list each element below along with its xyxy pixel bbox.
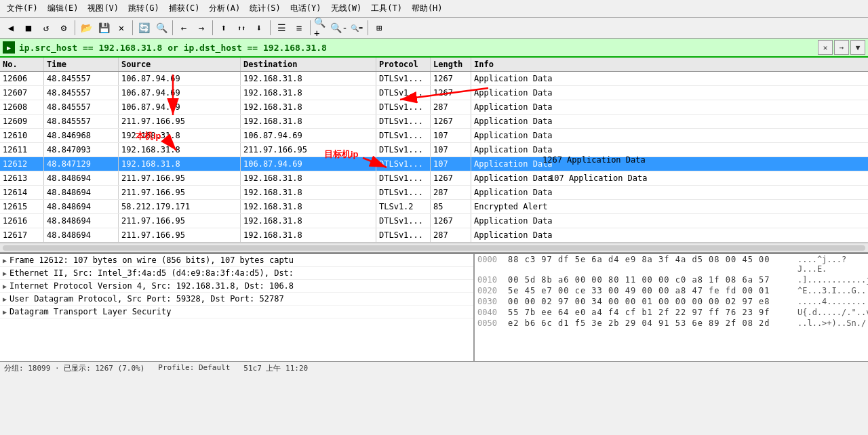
hex-bytes: 55 7b ee 64 e0 a4 f4 cf b1 2f 22 97 ff 7… bbox=[508, 308, 797, 317]
table-row[interactable]: 12608 48.845557 106.87.94.69 192.168.31.… bbox=[0, 100, 868, 115]
toolbar-find-btn[interactable]: 🔍 bbox=[153, 20, 170, 36]
toolbar-next-btn[interactable]: → bbox=[193, 20, 210, 36]
toolbar-zoomin-btn[interactable]: 🔍+ bbox=[313, 20, 330, 36]
col-header-destination[interactable]: Destination bbox=[241, 58, 376, 71]
table-row[interactable]: 12613 48.848694 211.97.166.95 192.168.31… bbox=[0, 171, 868, 186]
list-item[interactable]: ▶Datagram Transport Layer Security bbox=[0, 306, 473, 318]
table-row[interactable]: 12610 48.846968 192.168.31.8 106.87.94.6… bbox=[0, 129, 868, 143]
cell-time: 48.845557 bbox=[44, 86, 119, 100]
cell-len: 287 bbox=[431, 228, 471, 242]
toolbar-options-btn[interactable]: ⚙ bbox=[56, 20, 72, 36]
expand-icon: ▶ bbox=[3, 257, 7, 264]
hex-offset: 0050 bbox=[477, 318, 508, 328]
menu-statistics[interactable]: 统计(S) bbox=[245, 1, 285, 16]
toolbar-save-btn[interactable]: 💾 bbox=[96, 20, 112, 36]
table-row[interactable]: 12611 48.847093 192.168.31.8 211.97.166.… bbox=[0, 143, 868, 157]
toolbar-stop-btn[interactable]: ■ bbox=[20, 20, 37, 36]
cell-info: Application Data bbox=[471, 214, 868, 228]
list-item[interactable]: ▶Frame 12612: 107 bytes on wire (856 bit… bbox=[0, 254, 473, 267]
cell-time: 48.846968 bbox=[44, 129, 119, 142]
cell-dest: 211.97.166.95 bbox=[241, 143, 376, 157]
toolbar-align2-btn[interactable]: ≡ bbox=[291, 20, 307, 36]
toolbar-reload-btn[interactable]: ↺ bbox=[38, 20, 54, 36]
table-row[interactable]: 12614 48.848694 211.97.166.95 192.168.31… bbox=[0, 186, 868, 200]
cell-no: 12606 bbox=[0, 72, 44, 85]
toolbar-open-btn[interactable]: 📂 bbox=[78, 20, 94, 36]
col-header-time[interactable]: Time bbox=[44, 58, 119, 71]
cell-dest: 192.168.31.8 bbox=[241, 214, 376, 228]
toolbar-back-btn[interactable]: ◀ bbox=[3, 20, 19, 36]
toolbar-zoom-normal-btn[interactable]: 🔍= bbox=[349, 20, 365, 36]
cell-source: 192.168.31.8 bbox=[119, 129, 241, 142]
filter-bar: ▶ ✕ → ▼ bbox=[0, 39, 868, 58]
cell-len: 287 bbox=[431, 100, 471, 114]
table-row[interactable]: 12615 48.848694 58.212.179.171 192.168.3… bbox=[0, 200, 868, 214]
packet-rows-container: 12606 48.845557 106.87.94.69 192.168.31.… bbox=[0, 72, 868, 243]
menu-view[interactable]: 视图(V) bbox=[83, 1, 123, 16]
table-row[interactable]: 12612 48.847129 192.168.31.8 106.87.94.6… bbox=[0, 157, 868, 171]
menu-edit[interactable]: 编辑(E) bbox=[43, 1, 83, 16]
toolbar-align-btn[interactable]: ☰ bbox=[273, 20, 290, 36]
toolbar-prev-btn[interactable]: ← bbox=[176, 20, 192, 36]
cell-no: 12614 bbox=[0, 186, 44, 199]
toolbar-sep6 bbox=[310, 20, 311, 35]
table-row[interactable]: 12607 48.845557 106.87.94.69 192.168.31.… bbox=[0, 86, 868, 100]
cell-proto: DTLSv1... bbox=[376, 214, 431, 228]
cell-source: 211.97.166.95 bbox=[119, 115, 241, 128]
cell-time: 48.848694 bbox=[44, 228, 119, 242]
col-header-info[interactable]: Info bbox=[471, 58, 868, 71]
toolbar-up-btn[interactable]: ⬆ bbox=[216, 20, 232, 36]
menu-telephony[interactable]: 电话(Y) bbox=[286, 1, 326, 16]
menu-help[interactable]: 帮助(H) bbox=[408, 1, 447, 16]
filter-dropdown-btn[interactable]: ▼ bbox=[850, 40, 865, 55]
toolbar-grid-btn[interactable]: ⊞ bbox=[371, 20, 387, 36]
cell-info: Application Data bbox=[471, 228, 868, 242]
list-item[interactable]: ▶Internet Protocol Version 4, Src: 192.1… bbox=[0, 280, 473, 293]
cell-dest: 192.168.31.8 bbox=[241, 200, 376, 213]
hex-bytes: e2 b6 6c d1 f5 3e 2b 29 04 91 53 6e 89 2… bbox=[508, 318, 797, 328]
hex-ascii: ^E...3.I...G.... bbox=[797, 286, 865, 295]
toolbar-up2-btn[interactable]: ⬆⬆ bbox=[233, 20, 250, 36]
cell-info: Application Data bbox=[471, 115, 868, 128]
table-row[interactable]: 12606 48.845557 106.87.94.69 192.168.31.… bbox=[0, 72, 868, 86]
cell-info: Application Data bbox=[471, 86, 868, 100]
cell-no: 12610 bbox=[0, 129, 44, 142]
menu-wireless[interactable]: 无线(W) bbox=[327, 1, 366, 16]
cell-no: 12611 bbox=[0, 143, 44, 157]
table-row[interactable]: 12616 48.848694 211.97.166.95 192.168.31… bbox=[0, 214, 868, 228]
status-time: 51c7 上午 11:20 bbox=[243, 363, 308, 373]
toolbar-down-btn[interactable]: ⬇ bbox=[251, 20, 267, 36]
menu-goto[interactable]: 跳转(G) bbox=[124, 1, 163, 16]
toolbar-refresh-btn[interactable]: 🔄 bbox=[136, 20, 152, 36]
col-header-length[interactable]: Length bbox=[431, 58, 471, 71]
toolbar-close-btn[interactable]: ✕ bbox=[113, 20, 130, 36]
menu-analyze[interactable]: 分析(A) bbox=[205, 1, 244, 16]
cell-time: 48.845557 bbox=[44, 72, 119, 85]
detail-text: Internet Protocol Version 4, Src: 192.16… bbox=[9, 281, 294, 291]
list-item[interactable]: ▶User Datagram Protocol, Src Port: 59328… bbox=[0, 293, 473, 306]
cell-source: 211.97.166.95 bbox=[119, 228, 241, 242]
list-item: 000088 c3 97 df 5e 6a d4 e9 8a 3f 4a d5 … bbox=[475, 254, 868, 274]
list-item: 004055 7b ee 64 e0 a4 f4 cf b1 2f 22 97 … bbox=[475, 307, 868, 318]
menu-tools[interactable]: 工具(T) bbox=[367, 1, 406, 16]
h-scrollbar[interactable] bbox=[0, 243, 868, 253]
menu-file[interactable]: 文件(F) bbox=[3, 1, 42, 16]
detail-text: Ethernet II, Src: Intel_3f:4a:d5 (d4:e9:… bbox=[9, 268, 294, 278]
expand-icon: ▶ bbox=[3, 270, 7, 277]
col-header-protocol[interactable]: Protocol bbox=[376, 58, 431, 71]
col-header-source[interactable]: Source bbox=[119, 58, 241, 71]
toolbar-sep4 bbox=[212, 20, 213, 35]
filter-bookmark-btn[interactable]: → bbox=[834, 40, 849, 55]
toolbar-sep2 bbox=[132, 20, 133, 35]
cell-len: 1267 bbox=[431, 115, 471, 128]
list-item[interactable]: ▶Ethernet II, Src: Intel_3f:4a:d5 (d4:e9… bbox=[0, 267, 473, 280]
table-row[interactable]: 12617 48.848694 211.97.166.95 192.168.31… bbox=[0, 228, 868, 243]
expand-icon: ▶ bbox=[3, 283, 7, 290]
table-row[interactable]: 12609 48.845557 211.97.166.95 192.168.31… bbox=[0, 115, 868, 129]
filter-input[interactable] bbox=[18, 41, 815, 54]
col-header-no[interactable]: No. bbox=[0, 58, 44, 71]
toolbar-zoomout-btn[interactable]: 🔍- bbox=[331, 20, 347, 36]
column-headers: No. Time Source Destination Protocol Len… bbox=[0, 58, 868, 72]
filter-clear-btn[interactable]: ✕ bbox=[818, 40, 833, 55]
menu-capture[interactable]: 捕获(C) bbox=[165, 1, 204, 16]
